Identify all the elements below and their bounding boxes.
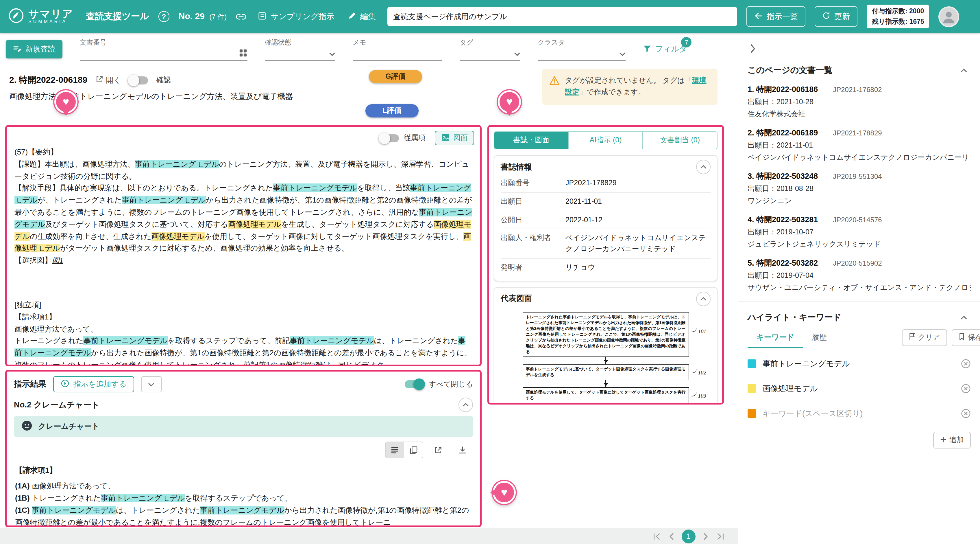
remove-keyword-icon[interactable] (961, 408, 971, 418)
clear-keywords-button[interactable]: クリア (902, 329, 947, 346)
collapse-figure-button[interactable] (696, 291, 711, 306)
collapse-biblio-button[interactable] (696, 160, 711, 174)
open-document-link[interactable]: 開く (95, 75, 121, 85)
g-evaluation-badge[interactable]: G評価 (369, 70, 422, 83)
instruction-list-label: 指示一覧 (767, 11, 798, 22)
next-page-icon[interactable] (703, 533, 709, 541)
view-mode-group (385, 442, 423, 458)
claim1-body: トレーニングされた事前トレーニングモデルを取得するステップであって、前記事前トレ… (14, 335, 473, 366)
keyword-input[interactable] (763, 384, 955, 393)
collapse-result-button[interactable] (458, 397, 473, 412)
refresh-icon (822, 11, 830, 21)
collapse-keywords-button[interactable] (956, 310, 971, 325)
biblio-value: 2022-01-12 (565, 214, 711, 225)
sampling-icon (258, 11, 267, 22)
tab-history[interactable]: 履歴 (803, 327, 835, 348)
filter-button[interactable]: フィルタ 7 (643, 44, 687, 54)
doc-list-item[interactable]: 4. 特開2022-503281JP2020-514576 出願日：2019-1… (748, 215, 971, 249)
figure-step-1: トレーニングされた事前トレーニングモデルを取得し、事前トレーニングモデルは、トレ… (522, 312, 689, 357)
claim-chart-body: 【請求項1】 (1A) 画像処理方法であって、 (1B) トレーニングされた事前… (7, 437, 480, 527)
edit-button[interactable]: 編集 (346, 6, 378, 27)
results-title: 指示結果 (14, 379, 46, 389)
doc-item-date: 出願日：2021-10-28 (748, 97, 971, 107)
doc-list-item[interactable]: 3. 特開2022-503248JP2019-551304 出願日：2018-0… (748, 171, 971, 206)
flag-icon (908, 333, 915, 342)
keyword-color-swatch[interactable] (748, 359, 756, 368)
add-keyword-button[interactable]: 追加 (933, 432, 971, 448)
tab-ai-instruction[interactable]: AI指示 (0) (568, 132, 642, 149)
figure-ref-102: 102 (692, 370, 706, 376)
collapse-doc-list-button[interactable] (956, 63, 971, 78)
l-evaluation-badge[interactable]: L評価 (365, 104, 418, 118)
representative-figure[interactable]: トレーニングされた事前トレーニングモデルを取得し、事前トレーニングモデルは、トレ… (510, 312, 702, 403)
refresh-label: 更新 (834, 11, 850, 22)
user-avatar[interactable] (939, 6, 959, 27)
confirm-state-select[interactable]: 確認状態 (265, 38, 335, 61)
prev-page-icon[interactable] (668, 533, 674, 541)
tab-biblio-drawing[interactable]: 書誌・図面 (494, 132, 568, 149)
edit-label: 編集 (360, 11, 376, 22)
keyword-color-swatch[interactable] (748, 384, 756, 393)
tag-select[interactable]: タグ (460, 38, 520, 61)
doc-number-field[interactable]: 文書番号 (80, 38, 247, 61)
memo-field[interactable]: メモ (353, 38, 442, 61)
result-item-title: No.2 クレームチャート (14, 400, 99, 410)
tag-label: タグ (460, 38, 520, 46)
tab-doc-assignment[interactable]: 文書割当 (0) (643, 132, 717, 149)
drawing-label: 図面 (453, 133, 468, 143)
chevron-down-icon (514, 49, 520, 58)
doc-item-applicant: サウザン・ユニバーシティ・オブ・サイエンス・アンド・テクノロジ... (748, 283, 971, 293)
doc-item-date: 出願日：2019-10-07 (748, 227, 971, 237)
filter-count-badge: 7 (681, 37, 692, 48)
page-title-input[interactable] (387, 7, 737, 26)
new-review-label: 新規査読 (25, 44, 56, 54)
open-chart-icon[interactable] (429, 442, 447, 458)
dependent-claims-label: 従属項 (404, 133, 426, 143)
doc-item-date: 出願日：2018-08-28 (748, 184, 971, 194)
claim-chart-band[interactable]: クレームチャート (14, 416, 473, 437)
doc-list-item[interactable]: 1. 特開2022-006186JP2021-176802 出願日：2021-1… (748, 85, 971, 119)
copy-icon[interactable] (404, 442, 423, 458)
download-icon[interactable] (453, 442, 472, 458)
confirm-toggle[interactable] (129, 76, 148, 84)
first-page-icon[interactable] (652, 533, 661, 541)
add-instruction-menu-button[interactable] (141, 376, 162, 392)
link-icon[interactable] (236, 13, 246, 20)
tag-warning-text: タグが設定されていません。 タグは「環境設定」で作成できます。 (565, 75, 711, 99)
biblio-card: 書誌情報 出願番号 JP2021-178829 出願日 2021-11-01 公… (494, 155, 718, 281)
current-page-button[interactable]: 1 (682, 530, 695, 543)
list-view-icon[interactable] (386, 442, 404, 458)
new-review-button[interactable]: 新規査読 (6, 40, 62, 59)
remove-keyword-icon[interactable] (961, 359, 971, 369)
help-icon[interactable]: ? (158, 11, 169, 22)
keyword-color-swatch[interactable] (748, 409, 756, 418)
biblio-title: 書誌情報 (501, 162, 532, 172)
heart-icon: ♥ (63, 96, 69, 107)
add-instruction-button[interactable]: 指示を追加する (53, 376, 134, 392)
last-page-icon[interactable] (716, 533, 725, 541)
logo[interactable]: サマリア SUMMARIA (8, 8, 73, 26)
sampling-instruction-button[interactable]: サンプリング指示 (256, 6, 337, 27)
dependent-claims-toggle[interactable] (380, 134, 399, 142)
keyword-row (748, 376, 971, 401)
drawing-button[interactable]: 図面 (435, 131, 474, 145)
keyword-input[interactable] (763, 359, 955, 368)
refresh-button[interactable]: 更新 (815, 6, 858, 27)
doc-list-item[interactable]: 5. 特開2022-503282JP2020-515902 出願日：2019-0… (748, 258, 971, 293)
save-keywords-button[interactable]: 保存 (952, 329, 980, 346)
doc-list-item[interactable]: 2. 特開2022-006189JP2021-178829 出願日：2021-1… (748, 128, 971, 163)
close-all-toggle[interactable] (404, 380, 423, 388)
instruction-list-button[interactable]: 指示一覧 (746, 6, 805, 27)
sampling-label: サンプリング指示 (270, 11, 334, 22)
keyword-input[interactable] (763, 409, 955, 418)
abstract-solution: 【解決手段】具体的な実現案は、以下のとおりである。トレーニングされた事前トレーニ… (14, 183, 473, 255)
claim1-intro: 画像処理方法であって、 (14, 323, 473, 335)
dice-icon[interactable] (239, 48, 247, 59)
tab-keywords[interactable]: キーワード (748, 327, 803, 348)
tag-warning-box: タグが設定されていません。 タグは「環境設定」で作成できます。 (542, 69, 718, 105)
remove-keyword-icon[interactable] (961, 384, 971, 394)
doc-item-jp-number: JP2019-551304 (833, 172, 882, 180)
biblio-value: ベイジンバイドゥネットコムサイエンステクノロジーカンパニーリミテッド (565, 233, 711, 255)
sidebar-collapse-icon[interactable] (746, 42, 759, 55)
cluster-select[interactable]: クラスタ (538, 38, 625, 61)
